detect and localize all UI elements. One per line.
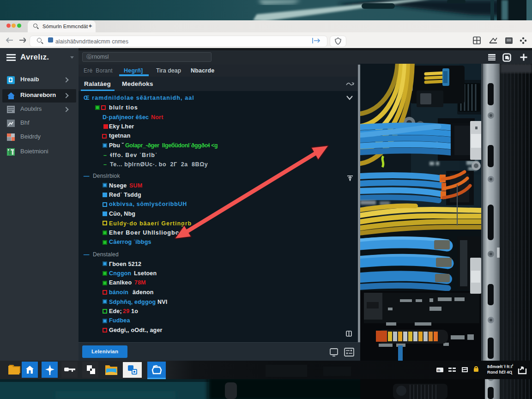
svg-text:m: m [437,369,440,372]
